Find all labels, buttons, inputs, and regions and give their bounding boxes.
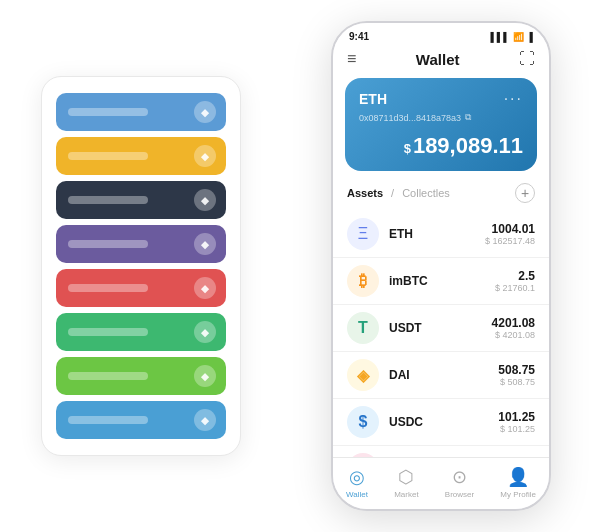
- card-icon: ◆: [194, 101, 216, 123]
- nav-wallet[interactable]: ◎ Wallet: [346, 466, 368, 499]
- list-item[interactable]: ◆: [56, 269, 226, 307]
- table-row[interactable]: T USDT 4201.08 $ 4201.08: [333, 305, 549, 352]
- market-nav-icon: ⬡: [398, 466, 414, 488]
- list-item[interactable]: ◆: [56, 181, 226, 219]
- asset-usd: $ 101.25: [498, 424, 535, 434]
- asset-usd: $ 4201.08: [492, 330, 535, 340]
- table-row[interactable]: Ξ ETH 1004.01 $ 162517.48: [333, 211, 549, 258]
- eth-card-header: ETH ···: [359, 90, 523, 108]
- nav-profile[interactable]: 👤 My Profile: [500, 466, 536, 499]
- add-asset-button[interactable]: +: [515, 183, 535, 203]
- status-icons: ▌▌▌ 📶 ▐: [490, 32, 533, 42]
- wallet-nav-icon: ◎: [349, 466, 365, 488]
- table-row[interactable]: $ USDC 101.25 $ 101.25: [333, 399, 549, 446]
- eth-card[interactable]: ETH ··· 0x08711d3d...8418a78a3 ⧉ $189,08…: [345, 78, 537, 171]
- wifi-icon: 📶: [513, 32, 524, 42]
- status-bar: 9:41 ▌▌▌ 📶 ▐: [333, 23, 549, 46]
- asset-usd: $ 508.75: [498, 377, 535, 387]
- asset-amount: 101.25: [498, 410, 535, 424]
- usdt-icon: T: [347, 312, 379, 344]
- bottom-nav: ◎ Wallet ⬡ Market ⊙ Browser 👤 My Profile: [333, 457, 549, 509]
- asset-name: USDC: [389, 415, 488, 429]
- wallet-nav-label: Wallet: [346, 490, 368, 499]
- usdc-icon: $: [347, 406, 379, 438]
- table-row[interactable]: 🌿 TFT 13 0: [333, 446, 549, 457]
- signal-icon: ▌▌▌: [490, 32, 509, 42]
- list-item[interactable]: ◆: [56, 313, 226, 351]
- imbtc-icon: ₿: [347, 265, 379, 297]
- tab-assets[interactable]: Assets: [347, 187, 383, 199]
- nav-market[interactable]: ⬡ Market: [394, 466, 418, 499]
- asset-values: 101.25 $ 101.25: [498, 410, 535, 434]
- scene: ◆ ◆ ◆ ◆ ◆ ◆ ◆ ◆: [11, 11, 591, 521]
- eth-icon: Ξ: [347, 218, 379, 250]
- list-item[interactable]: ◆: [56, 357, 226, 395]
- profile-nav-label: My Profile: [500, 490, 536, 499]
- profile-nav-icon: 👤: [507, 466, 529, 488]
- expand-icon[interactable]: ⛶: [519, 50, 535, 68]
- eth-balance: $189,089.11: [359, 133, 523, 159]
- assets-tabs: Assets / Collectles: [347, 187, 450, 199]
- phone-header: ≡ Wallet ⛶: [333, 46, 549, 78]
- list-item[interactable]: ◆: [56, 137, 226, 175]
- eth-label: ETH: [359, 91, 387, 107]
- list-item[interactable]: ◆: [56, 225, 226, 263]
- asset-usd: $ 162517.48: [485, 236, 535, 246]
- asset-amount: 508.75: [498, 363, 535, 377]
- asset-name: imBTC: [389, 274, 485, 288]
- tab-slash: /: [391, 187, 394, 199]
- asset-name: ETH: [389, 227, 475, 241]
- asset-values: 508.75 $ 508.75: [498, 363, 535, 387]
- asset-usd: $ 21760.1: [495, 283, 535, 293]
- phone-frame: 9:41 ▌▌▌ 📶 ▐ ≡ Wallet ⛶ ETH ··· 0x08711d: [331, 21, 551, 511]
- asset-amount: 4201.08: [492, 316, 535, 330]
- battery-icon: ▐: [527, 32, 533, 42]
- asset-amount: 2.5: [495, 269, 535, 283]
- status-time: 9:41: [349, 31, 369, 42]
- browser-nav-icon: ⊙: [452, 466, 467, 488]
- phone-content: ETH ··· 0x08711d3d...8418a78a3 ⧉ $189,08…: [333, 78, 549, 457]
- list-item[interactable]: ◆: [56, 93, 226, 131]
- list-item[interactable]: ◆: [56, 401, 226, 439]
- card-icon: ◆: [194, 321, 216, 343]
- market-nav-label: Market: [394, 490, 418, 499]
- tab-collectibles[interactable]: Collectles: [402, 187, 450, 199]
- card-icon: ◆: [194, 365, 216, 387]
- assets-header: Assets / Collectles +: [333, 183, 549, 211]
- card-icon: ◆: [194, 233, 216, 255]
- asset-amount: 1004.01: [485, 222, 535, 236]
- copy-icon[interactable]: ⧉: [465, 112, 471, 123]
- card-stack: ◆ ◆ ◆ ◆ ◆ ◆ ◆ ◆: [41, 76, 241, 456]
- asset-values: 1004.01 $ 162517.48: [485, 222, 535, 246]
- browser-nav-label: Browser: [445, 490, 474, 499]
- asset-values: 2.5 $ 21760.1: [495, 269, 535, 293]
- menu-icon[interactable]: ≡: [347, 50, 356, 68]
- dai-icon: ◈: [347, 359, 379, 391]
- asset-name: DAI: [389, 368, 488, 382]
- table-row[interactable]: ₿ imBTC 2.5 $ 21760.1: [333, 258, 549, 305]
- nav-browser[interactable]: ⊙ Browser: [445, 466, 474, 499]
- table-row[interactable]: ◈ DAI 508.75 $ 508.75: [333, 352, 549, 399]
- eth-options-button[interactable]: ···: [504, 90, 523, 108]
- asset-name: USDT: [389, 321, 482, 335]
- card-icon: ◆: [194, 145, 216, 167]
- card-icon: ◆: [194, 277, 216, 299]
- page-title: Wallet: [416, 51, 460, 68]
- card-icon: ◆: [194, 189, 216, 211]
- eth-address: 0x08711d3d...8418a78a3 ⧉: [359, 112, 523, 123]
- card-icon: ◆: [194, 409, 216, 431]
- asset-values: 4201.08 $ 4201.08: [492, 316, 535, 340]
